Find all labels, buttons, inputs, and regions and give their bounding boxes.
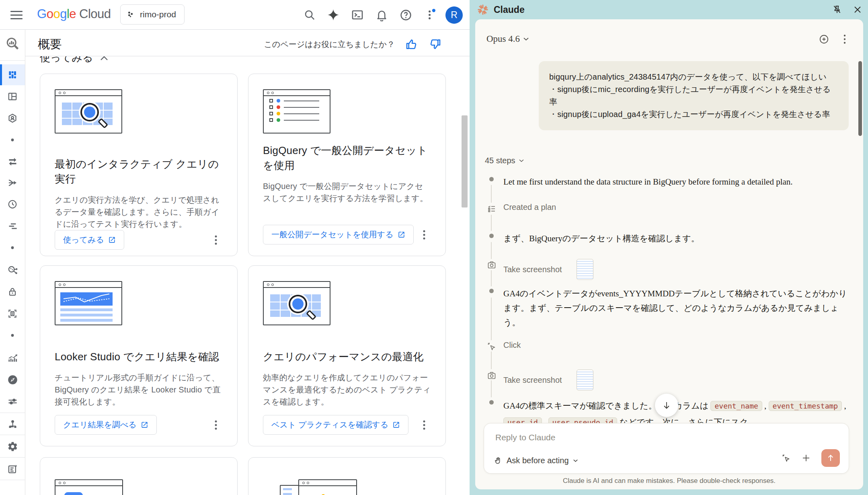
section-header-tryit[interactable]: 使ってみる — [40, 56, 201, 64]
logo-letter: G — [37, 7, 47, 21]
steps-count: 45 steps — [485, 156, 515, 165]
blue-button-graphic — [64, 492, 83, 495]
model-selector[interactable]: Opus 4.6 — [486, 34, 529, 44]
sidebar-item-studio[interactable] — [0, 64, 25, 85]
unpin-icon[interactable] — [832, 4, 842, 15]
permission-mode-label: Ask before acting — [507, 456, 569, 465]
google-cloud-logo[interactable]: Google Cloud — [37, 7, 111, 21]
sidebar-item-explorer[interactable] — [0, 86, 25, 107]
attach-plus-icon[interactable] — [801, 453, 811, 463]
explore-results-button[interactable]: クエリ結果を調べる — [55, 415, 157, 435]
card-menu-icon[interactable] — [417, 226, 431, 244]
checklist-icon — [485, 202, 499, 216]
button-label: 使ってみる — [63, 234, 104, 245]
screenshot-thumbnail[interactable] — [577, 259, 593, 280]
card-first-query[interactable]: 最初のインタラクティブ クエリの実行 クエリの実行方法を学び、クエリで処理される… — [40, 74, 238, 256]
card-partial-left[interactable] — [40, 457, 238, 495]
table-search-illustration — [55, 89, 122, 134]
step-item-tool[interactable]: Created a plan — [485, 203, 847, 212]
sidebar-item-history[interactable] — [0, 194, 25, 215]
new-chat-icon[interactable] — [819, 34, 829, 45]
bullet-icon — [489, 400, 494, 405]
sidebar-item-resources[interactable] — [0, 413, 25, 434]
open-in-new-icon — [398, 231, 405, 238]
sidebar-item-capacity[interactable] — [0, 216, 25, 236]
computer-use-toggle-icon[interactable] — [782, 454, 791, 463]
close-icon[interactable] — [853, 5, 862, 14]
step-text: GA4のイベントデータがevents_YYYYMMDDテーブルとして格納されてい… — [503, 286, 847, 330]
use-public-datasets-button[interactable]: 一般公開データセットを使用する — [263, 225, 414, 244]
disclaimer-text: Claude is AI and can make mistakes. Plea… — [475, 477, 863, 485]
more-vert-icon[interactable] — [422, 6, 439, 23]
chevron-up-icon — [100, 56, 108, 61]
sidebar-item-analytics-hub[interactable] — [0, 108, 25, 129]
chart-windows-illustration — [263, 479, 431, 495]
send-button[interactable] — [821, 449, 840, 467]
sidebar-item-monitoring[interactable] — [0, 347, 25, 368]
search-icon[interactable] — [301, 6, 318, 23]
claude-conversation-card: Opus 4.6 bigqury上のanalytics_243845147内のデ… — [475, 19, 863, 489]
sidebar-item-migration[interactable] — [0, 172, 25, 193]
card-partial-right[interactable] — [248, 457, 446, 495]
card-looker-studio[interactable]: Looker Studio でクエリ結果を確認 チュートリアル形式の手順ガイドに… — [40, 265, 238, 446]
bullet-icon — [489, 289, 494, 293]
step-item-tool[interactable]: Take screenshot — [485, 370, 847, 390]
card-title: クエリのパフォーマンスの最適化 — [263, 349, 431, 364]
thumbs-down-icon[interactable] — [429, 38, 441, 51]
card-menu-icon[interactable] — [209, 416, 223, 434]
card-title: BigQuery で一般公開データセットを使用 — [263, 143, 431, 173]
sidebar-item-admin-sliders[interactable] — [0, 391, 25, 412]
gemini-icon[interactable] — [325, 6, 342, 23]
step-item-tool[interactable]: Click — [485, 341, 847, 350]
section-title: 使ってみる — [40, 56, 93, 64]
chevron-down-icon — [573, 459, 578, 462]
bigquery-logo-icon[interactable] — [0, 33, 25, 54]
card-title: 最初のインタラクティブ クエリの実行 — [55, 157, 223, 187]
sidebar-item-dot[interactable] — [0, 237, 25, 258]
step-item-tool[interactable]: Take screenshot — [485, 259, 847, 280]
tool-label: Take screenshot — [503, 265, 562, 274]
overflow-menu-icon[interactable] — [843, 34, 846, 45]
help-icon[interactable] — [397, 6, 414, 23]
button-label: 一般公開データセットを使用する — [271, 229, 394, 240]
best-practices-button[interactable]: ベスト プラクティスを確認する — [263, 415, 408, 435]
code-chip: event_name — [710, 401, 762, 411]
claude-logo-icon — [477, 4, 489, 16]
tool-label: Take screenshot — [503, 376, 562, 385]
try-it-button[interactable]: 使ってみる — [55, 230, 124, 250]
sidebar-item-settings[interactable] — [0, 436, 25, 457]
card-body: チュートリアル形式の手順ガイドに沿って、BigQuery のクエリ結果を Loo… — [55, 372, 223, 408]
screenshot-thumbnail[interactable] — [577, 370, 593, 390]
steps-toggle[interactable]: 45 steps — [485, 156, 524, 165]
project-selector[interactable]: rimo-prod — [120, 4, 185, 25]
card-query-performance[interactable]: クエリのパフォーマンスの最適化 効率的なクエリを作成してクエリのパフォーマンスを… — [248, 265, 446, 446]
thumbs-up-icon[interactable] — [405, 38, 418, 51]
reply-input[interactable]: Reply to Claude Ask before acting — [484, 423, 849, 474]
feedback-question: このページはお役に立ちましたか？ — [264, 39, 395, 50]
sidebar-item-release-notes[interactable] — [0, 458, 25, 479]
avatar[interactable]: R — [445, 6, 463, 24]
sidebar-item-navigator-compass[interactable] — [0, 369, 25, 390]
permission-mode-selector[interactable]: Ask before acting — [494, 456, 578, 465]
menu-icon[interactable] — [10, 8, 27, 21]
console-scrollbar[interactable] — [462, 115, 468, 207]
sidebar-item-dot[interactable] — [0, 325, 25, 346]
step-item: まず、BigQueryのデータセット構造を確認します。 — [485, 231, 847, 246]
claude-scrollbar[interactable] — [858, 61, 862, 136]
sidebar-item-data-transfers[interactable] — [0, 150, 25, 171]
scroll-to-bottom-button[interactable] — [655, 394, 678, 417]
card-public-datasets[interactable]: BigQuery で一般公開データセットを使用 BigQuery で一般公開デー… — [248, 74, 446, 256]
sidebar-item-governance[interactable] — [0, 281, 25, 302]
camera-icon — [485, 258, 499, 272]
sidebar-item-policy-scan[interactable] — [0, 303, 25, 324]
separator: , — [762, 401, 769, 411]
logo-letter: o — [53, 7, 60, 21]
project-name: rimo-prod — [140, 10, 176, 19]
card-menu-icon[interactable] — [209, 231, 223, 249]
logo-cloud-text: Cloud — [79, 7, 111, 21]
sidebar-item-sharing[interactable] — [0, 260, 25, 281]
cloud-shell-icon[interactable] — [349, 6, 366, 23]
card-menu-icon[interactable] — [417, 416, 431, 434]
sidebar-item-dot[interactable] — [0, 129, 25, 150]
notifications-icon[interactable] — [373, 6, 390, 23]
